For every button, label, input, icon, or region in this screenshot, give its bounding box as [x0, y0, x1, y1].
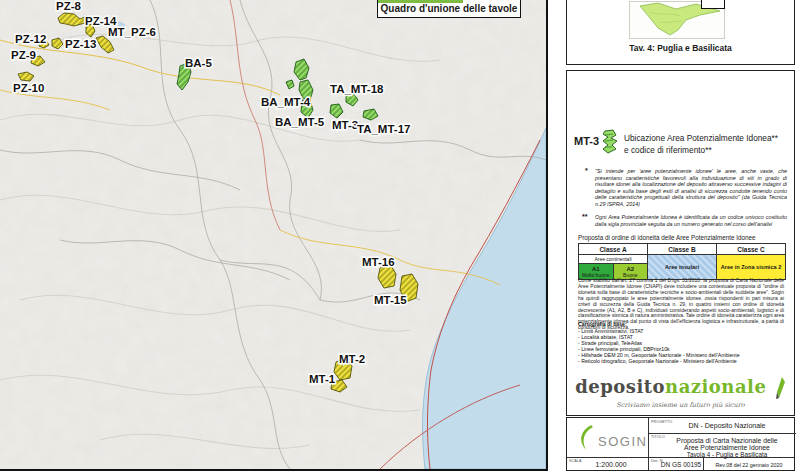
divider — [703, 457, 704, 470]
deposito-tagline: Scriviamo insieme un futuro più sicuro — [566, 401, 795, 409]
titolo-line3: Tavola 4 - Puglia e Basilicata — [659, 451, 795, 458]
inset-corner-box — [701, 0, 725, 9]
map-canvas: PZ-8 PZ-14 MT_PZ-6 PZ-12 PZ-13 PZ-9 PZ-1… — [0, 0, 548, 471]
area-label: PZ-10 — [13, 82, 44, 94]
classe-b-column: Classe B Aree insulari — [648, 244, 717, 279]
title-block: SOGIN PROGETTO DN - Deposito Nazionale T… — [566, 417, 795, 471]
classe-a-subheader: Aree continentali — [579, 255, 647, 264]
sogin-wordmark: SOGIN — [598, 434, 647, 449]
area-label: MT_PZ-6 — [108, 26, 156, 38]
cnapi-map-sheet: { "map": { "title_box": "Quadro d'unione… — [0, 0, 800, 473]
map-title-green-strip — [378, 0, 463, 3]
classe-c-header: Classe C — [717, 244, 785, 255]
legend-area-icon — [599, 129, 621, 159]
scala-value: 1:200.000 — [581, 461, 641, 468]
inset-caption: Tav. 4: Puglia e Basilicata — [567, 43, 794, 53]
classe-a-header: Classe A — [579, 244, 647, 255]
legend-area-code: MT-3 — [574, 135, 599, 147]
footnote1-marker: * — [585, 167, 588, 174]
area-label: BA-5 — [185, 57, 212, 69]
doc-number: DN GS 00195 — [659, 461, 703, 468]
footnote1-text: "Si intende per 'aree potenzialmente ido… — [595, 168, 787, 208]
area-label: BA_MT-4 — [261, 96, 311, 108]
pencil-icon — [772, 376, 786, 400]
divider — [648, 433, 796, 434]
inset-box: Tav. 4: Puglia e Basilicata — [566, 0, 795, 65]
classe-b-cell: Aree insulari — [648, 255, 716, 279]
revision-text: Rev.08 del 22 gennaio 2020 — [705, 462, 793, 468]
classe-b-header: Classe B — [648, 244, 716, 255]
sogin-logo — [575, 424, 597, 456]
area-label: MT-16 — [362, 256, 395, 268]
area-label: TA_MT-18 — [330, 83, 384, 95]
classes-table-title: Proposta di ordine di idoneità delle Are… — [578, 234, 755, 241]
divider — [648, 418, 649, 470]
area-label: MT-1 — [309, 373, 336, 385]
deposito-nazionale-logo: depositonazionale Scriviamo insieme un f… — [566, 376, 795, 409]
legend-heading-line2: e codice di riferimento** — [624, 145, 712, 155]
area-label: BA_MT-5 — [275, 116, 325, 128]
legend-box: MT-3 Ubicazione Area Potenzialmente Idon… — [566, 70, 795, 416]
footnote2-marker: ** — [582, 213, 587, 220]
titolo-line1: Proposta di Carta Nazionale delle — [659, 437, 795, 444]
progetto-value: DN - Deposito Nazionale — [659, 422, 795, 429]
deposito-wordmark-part2: nazionale — [665, 376, 766, 397]
legend-heading-line1: Ubicazione Area Potenzialmente Idonea** — [624, 133, 778, 143]
cartografia-item: - Reticolo idrografico, Geoportale Nazio… — [578, 358, 737, 364]
scala-label: SCALA — [569, 459, 581, 463]
deposito-wordmark-part1: deposito — [575, 376, 665, 397]
area-label: PZ-9 — [11, 49, 36, 61]
classe-a-column: Classe A Aree continentali A1 Molto buon… — [579, 244, 648, 279]
classe-c-column: Classe C Aree in Zona sismica 2 — [717, 244, 785, 279]
area-label: PZ-13 — [65, 38, 96, 50]
area-label: PZ-8 — [56, 0, 82, 12]
cartografia-title: Cartografia di base: — [578, 321, 627, 327]
classes-table: Classe A Aree continentali A1 Molto buon… — [578, 243, 786, 280]
area-label: MT-2 — [339, 353, 365, 365]
map-svg: PZ-8 PZ-14 MT_PZ-6 PZ-12 PZ-13 PZ-9 PZ-1… — [0, 0, 546, 469]
area-label: TA_MT-17 — [357, 123, 410, 135]
titolo-line2: Aree Potenzialmente Idonee — [659, 444, 795, 451]
footnote2-text: Ogni Area Potenzialmente Idonea è identi… — [595, 214, 787, 227]
area-label: MT-3 — [332, 119, 358, 131]
map-title-box: Quadro d'unione delle tavole — [377, 0, 521, 18]
area-label: PZ-12 — [15, 33, 46, 45]
classe-c-cell: Aree in Zona sismica 2 — [717, 255, 785, 279]
sogin-swoosh-icon — [575, 424, 597, 452]
map-title-text: Quadro d'unione delle tavole — [381, 3, 518, 14]
area-label: MT-15 — [374, 294, 407, 306]
